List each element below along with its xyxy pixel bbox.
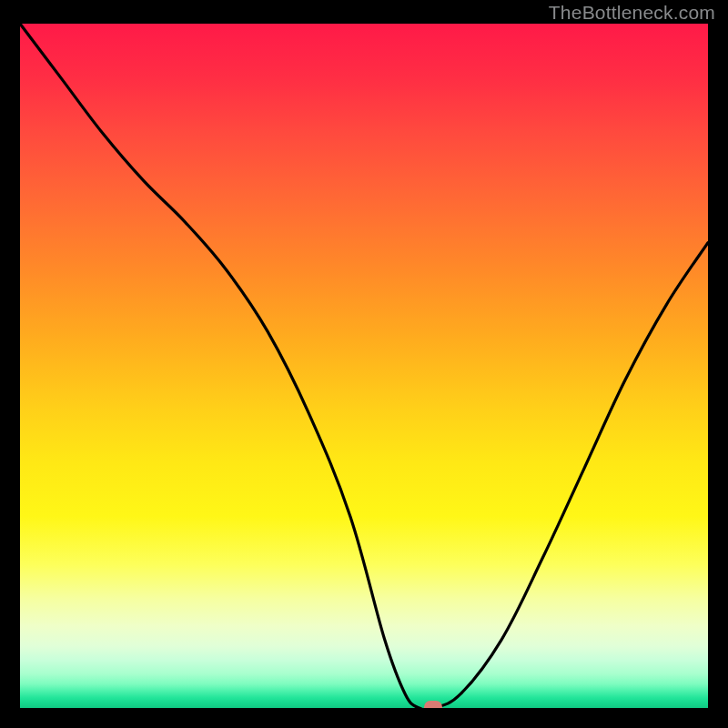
plot-area [20,24,708,708]
curve-svg [20,24,708,708]
optimal-point-marker [424,701,442,708]
chart-frame: TheBottleneck.com [0,0,728,728]
bottleneck-curve-path [20,24,708,708]
watermark-text: TheBottleneck.com [549,2,715,24]
